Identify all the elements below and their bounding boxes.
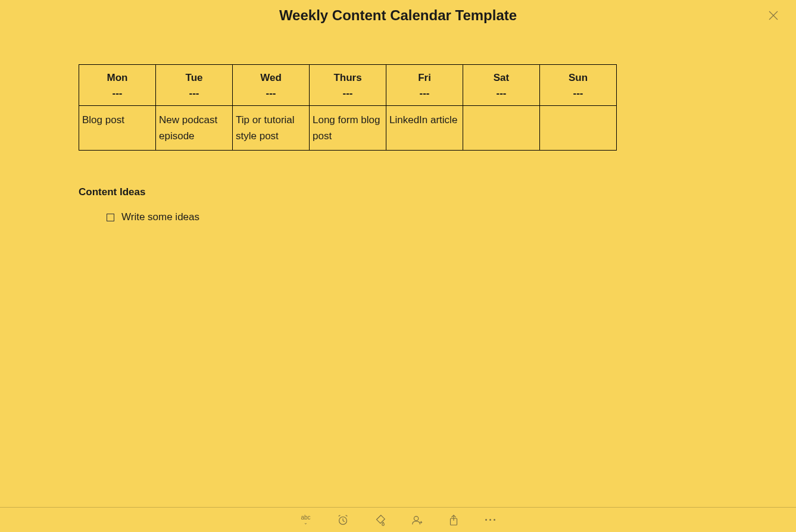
day-cell-mon[interactable]: Blog post [79,106,156,151]
alarm-clock-icon [336,514,349,527]
day-sub: --- [236,87,306,99]
day-sub: --- [82,87,152,99]
day-name: Sun [569,72,588,83]
day-sub: --- [466,87,536,99]
bottom-toolbar: abc ⌄ [0,507,796,532]
close-button[interactable] [767,10,779,21]
share-button[interactable] [447,514,460,527]
svg-line-5 [338,515,340,516]
checklist-item-label: Write some ideas [121,211,199,223]
day-name: Thurs [333,72,361,83]
calendar-header-row: Mon--- Tue--- Wed--- Thurs--- Fri--- Sat… [79,65,617,106]
note-header: Weekly Content Calendar Template [0,0,796,24]
svg-point-7 [414,516,418,520]
note-body[interactable]: Mon--- Tue--- Wed--- Thurs--- Fri--- Sat… [0,64,796,223]
checklist: Write some ideas [79,211,717,223]
add-person-icon [410,514,423,527]
day-sub: --- [389,87,460,99]
weekly-calendar-table[interactable]: Mon--- Tue--- Wed--- Thurs--- Fri--- Sat… [79,64,617,151]
more-button[interactable] [484,514,497,527]
day-cell-tue[interactable]: New podcast episode [156,106,233,151]
reminder-button[interactable] [336,514,349,527]
spellcheck-button[interactable]: abc ⌄ [299,514,313,527]
note-title[interactable]: Weekly Content Calendar Template [0,7,796,24]
spellcheck-icon: abc ⌄ [301,515,310,525]
checklist-item[interactable]: Write some ideas [107,211,717,223]
day-header-thurs[interactable]: Thurs--- [310,65,386,106]
calendar-content-row: Blog post New podcast episode Tip or tut… [79,106,617,151]
paint-bucket-icon [373,514,386,527]
more-icon [485,519,495,521]
day-header-sun[interactable]: Sun--- [540,65,617,106]
collaborator-button[interactable] [410,514,423,527]
day-header-wed[interactable]: Wed--- [233,65,310,106]
day-cell-thurs[interactable]: Long form blog post [310,106,386,151]
day-cell-sat[interactable] [463,106,540,151]
day-name: Wed [260,72,282,83]
day-name: Fri [418,72,431,83]
svg-line-4 [343,520,345,521]
day-name: Tue [186,72,203,83]
day-sub: --- [543,87,613,99]
day-name: Mon [107,72,128,83]
day-cell-wed[interactable]: Tip or tutorial style post [233,106,310,151]
day-name: Sat [494,72,509,83]
checkbox-icon[interactable] [107,214,114,221]
day-cell-sun[interactable] [540,106,617,151]
day-header-tue[interactable]: Tue--- [156,65,233,106]
day-header-fri[interactable]: Fri--- [386,65,463,106]
svg-line-6 [345,515,347,516]
day-header-mon[interactable]: Mon--- [79,65,156,106]
day-cell-fri[interactable]: LinkedIn article [386,106,463,151]
content-ideas-heading[interactable]: Content Ideas [79,186,717,198]
color-button[interactable] [373,514,386,527]
day-sub: --- [313,87,383,99]
day-header-sat[interactable]: Sat--- [463,65,540,106]
share-icon [447,514,460,527]
close-icon [767,10,779,21]
day-sub: --- [159,87,229,99]
